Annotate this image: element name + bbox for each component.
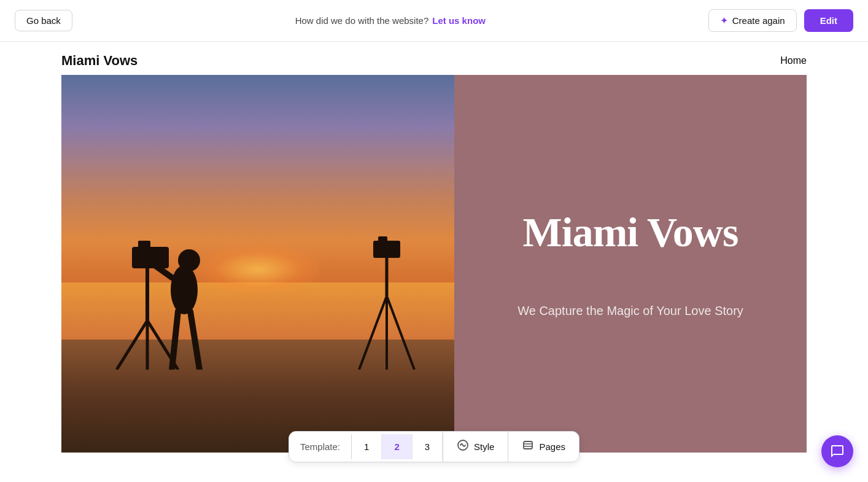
svg-line-14 [387, 296, 414, 370]
nav-right: ✦ Create again Edit [708, 9, 853, 32]
preview-area: Miami Vows We Capture the Magic of Your … [61, 75, 807, 481]
feedback-link[interactable]: Let us know [432, 15, 486, 26]
top-nav: Go back How did we do with the website? … [0, 0, 868, 42]
site-nav: Home [780, 55, 807, 66]
svg-line-12 [359, 296, 387, 370]
text-panel: Miami Vows We Capture the Magic of Your … [454, 75, 807, 453]
photo-background [61, 75, 454, 453]
template-2-button[interactable]: 2 [382, 434, 412, 459]
pages-icon [522, 439, 534, 454]
template-3-button[interactable]: 3 [413, 434, 443, 459]
home-nav-link[interactable]: Home [780, 55, 807, 66]
template-section: Template: 1 2 3 [289, 434, 443, 459]
cameraman-silhouette [98, 210, 221, 370]
chat-button[interactable] [821, 435, 853, 467]
svg-line-10 [172, 311, 178, 370]
edit-button[interactable]: Edit [804, 9, 853, 32]
pages-label: Pages [539, 441, 565, 452]
svg-line-11 [190, 311, 200, 370]
nav-left: Go back [15, 10, 72, 31]
go-back-button[interactable]: Go back [15, 10, 72, 31]
site-title: Miami Vows [61, 53, 138, 69]
svg-point-18 [381, 244, 392, 255]
site-header: Miami Vows Home [0, 42, 868, 75]
svg-point-7 [171, 265, 198, 314]
nav-center: How did we do with the website? Let us k… [295, 15, 486, 26]
photo-panel [61, 75, 454, 453]
second-tripod-silhouette [350, 235, 424, 370]
template-1-button[interactable]: 1 [352, 434, 382, 459]
template-label: Template: [289, 434, 352, 459]
style-label: Style [474, 441, 494, 452]
svg-point-8 [178, 249, 200, 271]
hero-title: Miami Vows [523, 209, 738, 255]
feedback-text: How did we do with the website? [295, 15, 429, 26]
style-icon [457, 439, 469, 454]
bottom-toolbar: Template: 1 2 3 Style Pages [289, 431, 579, 462]
svg-rect-20 [524, 441, 532, 449]
svg-rect-5 [138, 241, 150, 250]
style-button[interactable]: Style [443, 432, 508, 462]
svg-line-0 [117, 321, 147, 370]
chat-icon [830, 444, 845, 459]
svg-rect-17 [378, 236, 387, 243]
pages-button[interactable]: Pages [508, 432, 579, 462]
sparkle-icon: ✦ [720, 15, 728, 26]
hero-subtitle: We Capture the Magic of Your Love Story [517, 304, 743, 318]
create-again-button[interactable]: ✦ Create again [708, 9, 797, 32]
